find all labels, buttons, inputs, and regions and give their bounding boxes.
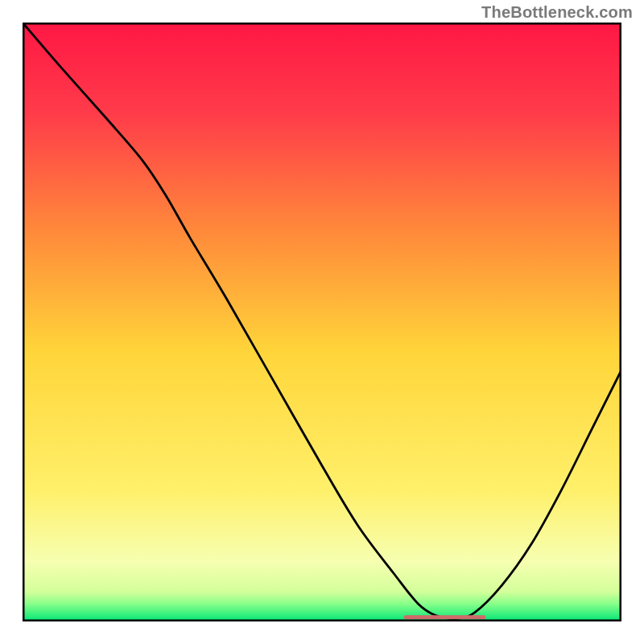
watermark-text: TheBottleneck.com: [481, 3, 633, 22]
chart-svg: [23, 23, 621, 621]
bottleneck-chart: [23, 23, 621, 621]
plot-background: [23, 23, 621, 621]
